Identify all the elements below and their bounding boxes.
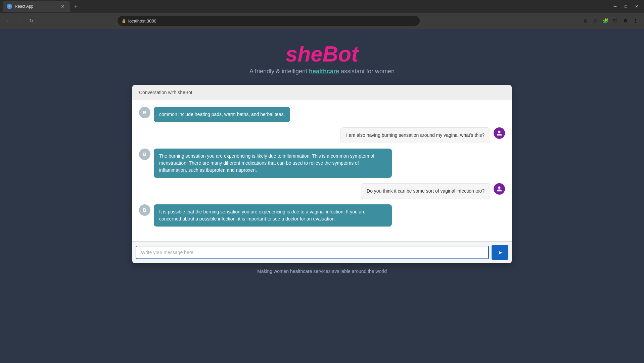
tab-favicon: ⚛ [7,4,12,9]
maximize-button[interactable]: □ [621,2,631,11]
user-avatar [494,183,505,195]
address-bar[interactable]: 🔒 localhost:3000 [118,16,420,26]
address-bar-row: ← → ↻ 🔒 localhost:3000 ⎙ ☆ 🧩 🛡 ⚙ ⋮ [0,13,644,29]
chat-container: Conversation with sheBot B common includ… [132,85,512,263]
message-row: B The burning sensation you are experien… [139,149,505,178]
tab-title: React App [15,4,57,9]
menu-button[interactable]: ⋮ [631,16,640,25]
extension-icon-1[interactable]: 🧩 [601,16,610,25]
back-button[interactable]: ← [4,16,13,25]
message-input[interactable] [136,246,489,259]
app-footer: Making women healthcare services availab… [257,269,387,274]
send-icon: ➤ [498,249,502,256]
bot-bubble: The burning sensation you are experienci… [154,149,392,178]
chat-input-row: ➤ [132,241,512,263]
minimize-button[interactable]: ─ [610,2,620,11]
user-avatar [494,127,505,139]
user-bubble: I am also having burning sensation aroun… [340,127,490,143]
message-row: I am also having burning sensation aroun… [139,127,505,143]
bot-bubble: It is possible that the burning sensatio… [154,204,392,227]
new-tab-button[interactable]: + [71,2,81,11]
bot-avatar: B [139,204,150,216]
send-button[interactable]: ➤ [492,245,508,260]
app-header: sheBot A friendly & intelligent healthca… [249,42,395,75]
browser-chrome: ⚛ React App ✕ + ─ □ ✕ ← → ↻ 🔒 localhost:… [0,0,644,29]
toolbar-icons: ⎙ ☆ 🧩 🛡 ⚙ ⋮ [581,16,640,25]
bot-bubble: common include heating pads, warm baths,… [154,107,290,122]
message-row: Do you think it can be some sort of vagi… [139,183,505,199]
app-logo: sheBot [249,42,395,66]
user-bubble: Do you think it can be some sort of vagi… [361,183,490,199]
tab-close-button[interactable]: ✕ [60,3,66,9]
extension-icon-3[interactable]: ⚙ [621,16,630,25]
reload-button[interactable]: ↻ [27,16,36,25]
window-controls: ─ □ ✕ [610,2,641,11]
extension-icon-2[interactable]: 🛡 [611,16,620,25]
subtitle-suffix: assistant for women [339,68,395,75]
close-button[interactable]: ✕ [632,2,641,11]
lock-icon: 🔒 [122,19,126,23]
subtitle-highlight: healthcare [309,68,339,75]
app-subtitle: A friendly & intelligent healthcare assi… [249,68,395,75]
forward-button[interactable]: → [15,16,24,25]
subtitle-prefix: A friendly & intelligent [249,68,309,75]
bot-avatar: B [139,149,150,160]
tab-bar: ⚛ React App ✕ + ─ □ ✕ [0,0,644,13]
message-row: B It is possible that the burning sensat… [139,204,505,227]
app-content: sheBot A friendly & intelligent healthca… [0,29,644,363]
active-tab[interactable]: ⚛ React App ✕ [3,1,70,12]
address-text: localhost:3000 [128,18,156,24]
share-icon[interactable]: ⎙ [581,16,590,25]
message-row: B common include heating pads, warm bath… [139,107,505,122]
chat-header: Conversation with sheBot [132,85,512,100]
chat-messages[interactable]: B common include heating pads, warm bath… [132,100,512,241]
bot-avatar: B [139,107,150,118]
bookmark-icon[interactable]: ☆ [591,16,600,25]
